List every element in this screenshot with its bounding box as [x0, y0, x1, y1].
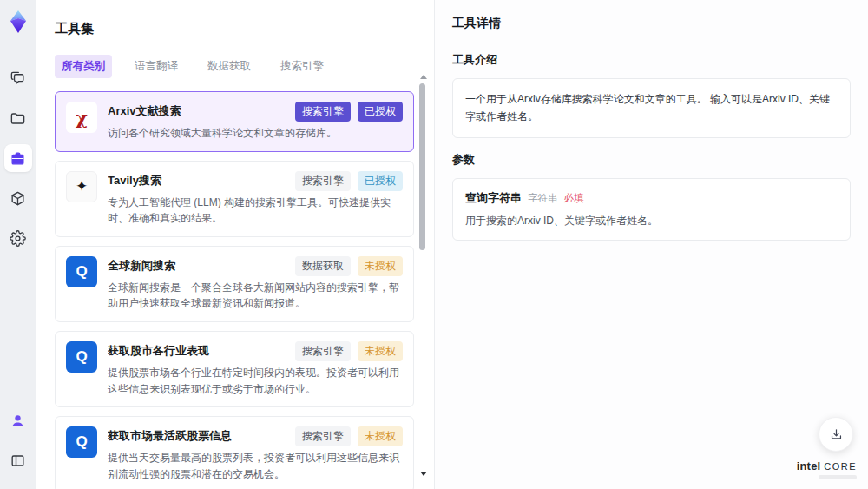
params-section-title: 参数 [452, 152, 851, 168]
sidebar-item-settings[interactable] [4, 224, 32, 252]
page-title: 工具集 [55, 21, 434, 37]
tool-category-badge: 搜索引擎 [295, 102, 351, 122]
sidebar-item-collapse[interactable] [4, 446, 32, 474]
tool-list: χ Arxiv文献搜索 搜索引擎 已授权 访问各个研究领域大量科学论文和文章的存… [55, 91, 414, 489]
tool-category-badge: 搜索引擎 [295, 171, 351, 191]
cube-icon [10, 190, 26, 207]
tool-description: 访问各个研究领域大量科学论文和文章的存储库。 [108, 125, 403, 142]
tool-category-badge: 搜索引擎 [295, 426, 351, 446]
download-button[interactable] [819, 417, 853, 452]
tool-description: 专为人工智能代理 (LLM) 构建的搜索引擎工具。可快速提供实时、准确和真实的结… [108, 195, 403, 227]
scrollbar-thumb[interactable] [419, 83, 425, 250]
param-card: 查询字符串 字符串 必填 用于搜索的Arxiv ID、关键字或作者姓名。 [452, 178, 851, 241]
category-tabs: 所有类别 语言翻译 数据获取 搜索引擎 [55, 55, 434, 78]
intel-core-logo: intel CORE [797, 459, 857, 479]
tool-auth-badge: 已授权 [358, 171, 403, 191]
param-list: 查询字符串 字符串 必填 用于搜索的Arxiv ID、关键字或作者姓名。 [452, 178, 851, 241]
param-description: 用于搜索的Arxiv ID、关键字或作者姓名。 [465, 214, 838, 228]
tavily-logo-icon: ✦ [66, 171, 97, 202]
tool-name: 获取股市各行业表现 [108, 341, 288, 359]
tool-card[interactable]: ✦ Tavily搜索 搜索引擎 已授权 专为人工智能代理 (LLM) 构建的搜索… [55, 161, 414, 237]
tab-all-categories[interactable]: 所有类别 [55, 55, 112, 78]
sidebar-item-tools[interactable] [4, 144, 32, 172]
tool-auth-badge: 已授权 [358, 102, 403, 122]
sidebar-item-account[interactable] [4, 406, 32, 434]
tool-auth-badge: 未授权 [358, 256, 403, 276]
tool-description: 提供当天交易量最高的股票列表，投资者可以利用这些信息来识别流动性强的股票和潜在的… [108, 450, 403, 482]
tool-card[interactable]: Q 获取市场最活跃股票信息 搜索引擎 未授权 提供当天交易量最高的股票列表，投资… [55, 416, 414, 489]
news-logo-icon: Q [66, 256, 97, 287]
arxiv-logo-icon: χ [66, 102, 97, 133]
sidebar-item-files[interactable] [4, 104, 32, 132]
detail-title: 工具详情 [452, 16, 851, 31]
tool-intro-text: 一个用于从Arxiv存储库搜索科学论文和文章的工具。 输入可以是Arxiv ID… [452, 78, 851, 138]
tool-name: Arxiv文献搜索 [108, 102, 288, 119]
tool-auth-badge: 未授权 [358, 426, 403, 446]
tool-detail-panel: 工具详情 工具介绍 一个用于从Arxiv存储库搜索科学论文和文章的工具。 输入可… [434, 0, 868, 489]
intro-section-title: 工具介绍 [452, 52, 851, 68]
briefcase-icon [10, 150, 26, 167]
app-logo [6, 10, 30, 34]
tab-search-engine[interactable]: 搜索引擎 [273, 55, 331, 78]
param-type: 字符串 [528, 192, 558, 205]
tool-name: 全球新闻搜索 [108, 256, 288, 274]
scroll-down-arrow[interactable] [420, 472, 427, 476]
tool-name: Tavily搜索 [108, 171, 288, 188]
list-scrollbar [418, 75, 428, 476]
panel-toggle-icon [10, 453, 26, 469]
news-logo-icon: Q [66, 426, 97, 458]
tool-auth-badge: 未授权 [358, 341, 403, 361]
tool-list-panel: 工具集 所有类别 语言翻译 数据获取 搜索引擎 χ Arxiv文献搜索 搜索引擎… [36, 0, 434, 489]
param-name: 查询字符串 [465, 190, 522, 206]
tab-data-fetch[interactable]: 数据获取 [201, 55, 258, 78]
tool-description: 全球新闻搜索是一个聚合全球各大新闻网站内容的搜索引擎，帮助用户快速获取全球最新资… [108, 280, 403, 312]
tool-name: 获取市场最活跃股票信息 [108, 426, 288, 444]
tool-category-badge: 搜索引擎 [295, 341, 351, 361]
tool-card[interactable]: χ Arxiv文献搜索 搜索引擎 已授权 访问各个研究领域大量科学论文和文章的存… [55, 91, 414, 152]
tool-description: 提供股票市场各个行业在特定时间段内的表现。投资者可以利用这些信息来识别表现优于或… [108, 365, 403, 397]
scroll-up-arrow[interactable] [420, 75, 427, 79]
diamond-logo-icon [6, 10, 30, 34]
download-icon [829, 427, 844, 442]
sidebar-rail [0, 0, 36, 489]
sidebar-item-chat[interactable] [4, 64, 32, 92]
tool-card[interactable]: Q 获取股市各行业表现 搜索引擎 未授权 提供股票市场各个行业在特定时间段内的表… [55, 331, 414, 407]
tool-category-badge: 数据获取 [295, 256, 351, 276]
folder-icon [10, 110, 26, 127]
news-logo-icon: Q [66, 341, 97, 373]
tab-language-translation[interactable]: 语言翻译 [128, 55, 185, 78]
user-icon [10, 413, 26, 429]
brand-subtext-bar [819, 475, 857, 479]
tool-card[interactable]: Q 全球新闻搜索 数据获取 未授权 全球新闻搜索是一个聚合全球各大新闻网站内容的… [55, 246, 414, 322]
param-required-flag: 必填 [564, 192, 584, 205]
gear-icon [10, 230, 26, 247]
sidebar-item-components[interactable] [4, 184, 32, 212]
chat-icon [10, 70, 26, 87]
